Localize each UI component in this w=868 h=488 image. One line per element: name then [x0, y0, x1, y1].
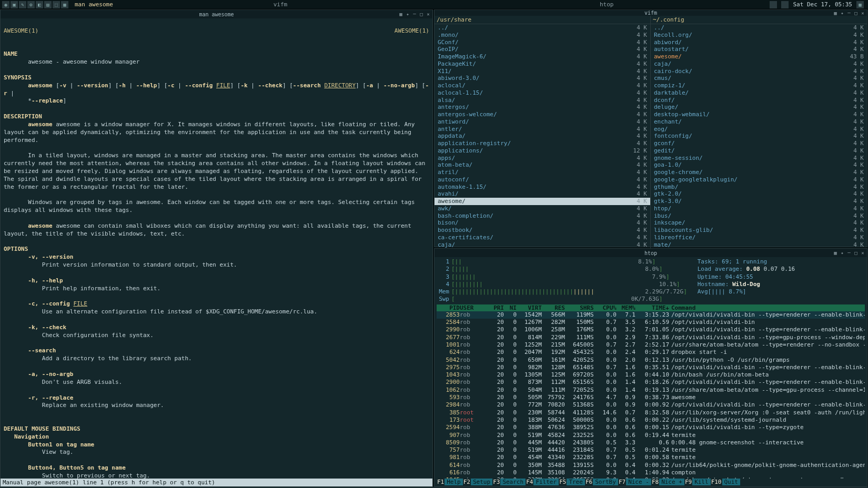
process-row[interactable]: 2853 rob2001542M566M119M S0.07.13:15.23/… — [437, 311, 865, 319]
fkey-filter[interactable]: F4Filter — [526, 479, 559, 485]
file-row[interactable]: boostbook/4 K — [435, 227, 650, 234]
file-row[interactable]: bison/4 K — [435, 219, 650, 227]
process-row[interactable]: 2677 rob200814M229M111M S0.02.97:33.86/o… — [437, 334, 865, 341]
fkey-setup[interactable]: F2Setup — [463, 479, 492, 485]
file-row[interactable]: libreoffice/4 K — [651, 234, 867, 241]
maximize-icon[interactable]: □ — [853, 10, 859, 16]
file-row[interactable]: ../4 K — [651, 24, 867, 32]
process-row[interactable]: 2900 rob200873M112M65156 S0.01.40:18.26/… — [437, 379, 865, 386]
file-row[interactable]: google-chrome/4 K — [651, 169, 867, 176]
file-row[interactable]: gnome-session/4 K — [651, 155, 867, 162]
file-row[interactable]: ImageMagick-6/4 K — [435, 53, 650, 60]
file-row[interactable]: atril/4 K — [435, 169, 650, 176]
process-row[interactable]: 385 root200230M5874441128 S14.60.78:32.5… — [437, 409, 865, 416]
file-row[interactable]: abiword-3.0/4 K — [435, 75, 650, 82]
minimize-icon[interactable]: ─ — [846, 250, 852, 256]
file-row[interactable]: inkscape/4 K — [651, 219, 867, 227]
file-row[interactable]: eog/4 K — [651, 126, 867, 133]
file-row[interactable]: antergos-welcome/4 K — [435, 111, 650, 118]
file-row[interactable]: enchant/4 K — [651, 118, 867, 126]
tray-icon[interactable]: ⬚ — [53, 1, 60, 8]
taskbar-entry[interactable]: vifm — [274, 1, 288, 8]
file-row[interactable]: awesome/4 K — [435, 198, 650, 205]
process-row[interactable]: 1043 rob2001305M125M69720 S0.01.60:44.10… — [437, 371, 865, 379]
maximize-icon[interactable]: □ — [418, 11, 425, 17]
process-row[interactable]: 5042 rob200650M161M42052 S0.02.00:12.13/… — [437, 357, 865, 364]
file-row[interactable]: htop/4 K — [651, 205, 867, 212]
process-row[interactable]: 1001 rob2001252M215M64500 S0.72.72:52.17… — [437, 341, 865, 349]
process-row[interactable]: 173 root200183M5062450000 S0.00.60:00.22… — [437, 416, 865, 424]
htop-process-list[interactable]: 2853 rob2001542M566M119M S0.07.13:15.23/… — [437, 311, 865, 479]
fkey-nice -[interactable]: F7Nice - — [618, 479, 651, 485]
close-icon[interactable]: ✕ — [425, 11, 431, 17]
file-row[interactable]: automake-1.15/4 K — [435, 184, 650, 191]
file-row[interactable]: autostart/4 K — [651, 46, 867, 53]
pin-icon[interactable]: ✦ — [839, 10, 845, 16]
file-row[interactable]: aclocal-1.15/4 K — [435, 89, 650, 97]
process-row[interactable]: 2594 rob200388M4763638952 S0.00.60:00.15… — [437, 424, 865, 431]
fkey-kill[interactable]: F9Kill — [684, 479, 711, 485]
file-row[interactable]: gthumb/4 K — [651, 184, 867, 191]
file-row[interactable]: appdata/4 K — [435, 133, 650, 140]
tray-icon[interactable]: ◉ — [2, 1, 9, 8]
file-row[interactable]: cmus/4 K — [651, 75, 867, 82]
maximize-icon[interactable]: □ — [853, 250, 859, 256]
col-cpu[interactable]: CPU% — [598, 304, 617, 311]
battery-icon[interactable] — [770, 1, 777, 8]
file-row[interactable]: desktop-webmail/4 K — [651, 111, 867, 118]
col-pid[interactable]: PID — [437, 304, 460, 311]
htop-header[interactable]: PID USER PRI NI VIRT RES SHR S CPU% MEM%… — [437, 304, 865, 311]
file-row[interactable]: darktable/4 K — [651, 89, 867, 97]
network-icon[interactable] — [781, 1, 789, 8]
layout-icon[interactable]: ▦ — [832, 10, 839, 16]
fkey-nice +[interactable]: F8Nice + — [651, 479, 684, 485]
process-row[interactable]: 1062 rob200504M111M72052 S0.01.40:19.13/… — [437, 387, 865, 394]
file-row[interactable]: google-googletalkplugin/4 K — [651, 176, 867, 184]
tray-icon[interactable]: ▣ — [11, 1, 18, 8]
col-virt[interactable]: VIRT — [517, 304, 542, 311]
file-row[interactable]: gtk-2.0/4 K — [651, 190, 867, 198]
man-content[interactable]: AWESOME(1)AWESOME(1) NAME awesome - awes… — [1, 18, 432, 479]
file-row[interactable]: dconf/4 K — [651, 97, 867, 104]
file-row[interactable]: aclocal/4 K — [435, 82, 650, 89]
process-row[interactable]: 2984 rob200772M7082051368 S0.00.90:00.92… — [437, 401, 865, 409]
process-row[interactable]: 907 rob200519M4582423252 S0.00.60:19.44t… — [437, 432, 865, 439]
file-row[interactable]: GConf/4 K — [435, 39, 650, 46]
col-cmd[interactable]: Command — [669, 304, 865, 311]
layout-icon[interactable]: ▦ — [856, 1, 864, 8]
process-row[interactable]: 8509 rob200445M4442024380 S0.53.30.60:00… — [437, 439, 865, 446]
process-row[interactable]: 616 rob200145M3510822024 S9.30.41:40.94c… — [437, 469, 865, 476]
file-row[interactable]: applications/12 K — [435, 147, 650, 155]
tray-icon[interactable]: ▤ — [44, 1, 52, 8]
col-res[interactable]: RES — [542, 304, 565, 311]
minimize-icon[interactable]: ─ — [411, 11, 418, 17]
file-row[interactable]: atom-beta/4 K — [435, 161, 650, 169]
process-row[interactable]: 981 rob200454M4334023228 S0.70.50:00.58t… — [437, 454, 865, 461]
file-row[interactable]: bash-completion/4 K — [435, 212, 650, 220]
file-row[interactable]: awk/4 K — [435, 205, 650, 212]
file-row[interactable]: gtk-3.0/4 K — [651, 198, 867, 205]
col-user[interactable]: USER — [460, 304, 489, 311]
tray-icon[interactable]: ✎ — [19, 1, 26, 8]
layout-icon[interactable]: ▦ — [832, 250, 839, 256]
file-row[interactable]: ../4 K — [435, 24, 650, 32]
taskbar-entry[interactable]: htop — [600, 1, 614, 8]
file-row[interactable]: PackageKit/4 K — [435, 60, 650, 68]
layout-icon[interactable]: ▦ — [398, 11, 404, 17]
file-row[interactable]: .mono/4 K — [435, 32, 650, 39]
col-s[interactable]: S — [590, 304, 598, 311]
file-row[interactable]: application-registry/4 K — [435, 140, 650, 147]
file-row[interactable]: antergos/4 K — [435, 104, 650, 111]
process-row[interactable]: 593 rob200505M7579224176 S4.70.90:38.73a… — [437, 394, 865, 401]
minimize-icon[interactable]: ─ — [846, 10, 852, 16]
process-row[interactable]: 624 rob2002047M192M45432 S0.02.40:29.17d… — [437, 349, 865, 356]
col-pri[interactable]: PRI — [489, 304, 504, 311]
fkey-quit[interactable]: F10Quit — [711, 479, 740, 485]
file-row[interactable]: ca-certificates/4 K — [435, 234, 650, 241]
file-row[interactable]: abiword/4 K — [651, 39, 867, 46]
file-row[interactable]: awesome/43 B — [651, 53, 867, 60]
file-row[interactable]: avahi/4 K — [435, 190, 650, 198]
file-row[interactable]: GeoIP/4 K — [435, 46, 650, 53]
close-icon[interactable]: ✕ — [860, 10, 866, 16]
vifm-list-right[interactable]: ../4 KRecoll.org/4 Kabiword/4 Kautostart… — [651, 24, 867, 284]
